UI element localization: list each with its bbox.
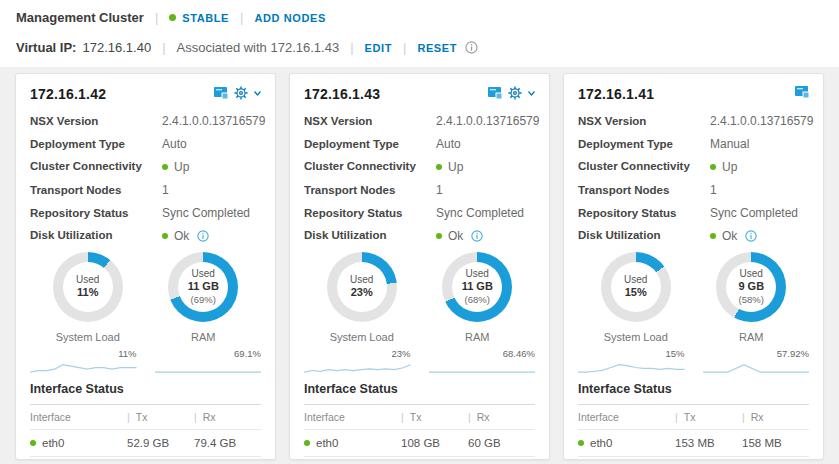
green-status-dot <box>710 164 716 170</box>
field-label: Disk Utilization <box>30 229 162 241</box>
interface-status-section: Interface Status Interface |Tx |Rx eth0 … <box>304 382 535 460</box>
separator: | <box>403 40 406 55</box>
console-icon[interactable] <box>795 86 809 98</box>
field-value: Manual <box>710 137 749 151</box>
gear-menu-icon[interactable] <box>234 86 248 100</box>
node-ip: 172.16.1.42 <box>30 86 106 102</box>
info-icon[interactable] <box>197 230 209 242</box>
table-row: lo 469 MB 469 MB <box>578 457 809 460</box>
field-cluster-connectivity: Cluster Connectivity Up <box>304 160 535 174</box>
field-value: Ok <box>436 229 483 243</box>
ram-donut: Used11 GB(69%) <box>168 252 238 322</box>
field-cluster-connectivity: Cluster Connectivity Up <box>30 160 261 174</box>
field-disk-utilization: Disk Utilization Ok <box>578 229 809 243</box>
field-label: Disk Utilization <box>578 229 710 241</box>
green-status-dot <box>169 14 176 21</box>
chevron-down-icon[interactable] <box>528 91 535 96</box>
virtual-ip-value: 172.16.1.40 <box>82 40 151 55</box>
ram-sparkline: 68.46% <box>429 348 536 375</box>
cluster-status-link[interactable]: STABLE <box>169 12 229 24</box>
system-load-sparkline: 11% <box>30 348 137 375</box>
field-nsx-version: NSX Version 2.4.1.0.0.13716579 <box>30 114 261 128</box>
field-value: Auto <box>162 137 187 151</box>
green-status-dot <box>162 164 168 170</box>
table-row: lo 63 GB 63 GB <box>30 457 261 460</box>
green-status-dot <box>162 233 168 239</box>
green-status-dot <box>436 164 442 170</box>
cluster-status-label: STABLE <box>182 12 229 24</box>
field-value: 2.4.1.0.0.13716579 <box>162 114 265 128</box>
associated-node-text: Associated with 172.16.1.43 <box>177 40 340 55</box>
ram-caption: RAM <box>191 331 215 343</box>
field-transport-nodes: Transport Nodes 1 <box>578 183 809 197</box>
edit-virtual-ip-button[interactable]: EDIT <box>365 42 392 54</box>
field-label: Disk Utilization <box>304 229 436 241</box>
field-value: Auto <box>436 137 461 151</box>
field-label: Transport Nodes <box>30 184 162 196</box>
field-label: Cluster Connectivity <box>304 160 436 172</box>
virtual-ip-label: Virtual IP: <box>16 40 76 55</box>
table-row: eth0 52.9 GB 79.4 GB <box>30 430 261 457</box>
field-transport-nodes: Transport Nodes 1 <box>304 183 535 197</box>
system-load-donut: Used11% <box>53 252 123 322</box>
green-status-dot <box>578 440 584 446</box>
system-load-caption: System Load <box>330 331 394 343</box>
node-card-172-16-1-42: 172.16.1.42 NSX Version 2.4.1.0.0.137165… <box>15 73 276 460</box>
interface-status-title: Interface Status <box>30 382 261 405</box>
console-icon[interactable] <box>488 87 502 99</box>
green-status-dot <box>436 233 442 239</box>
info-icon[interactable] <box>465 41 478 54</box>
cluster-header: Management Cluster | STABLE | ADD NODES … <box>0 0 839 67</box>
field-label: NSX Version <box>578 115 710 127</box>
chevron-down-icon[interactable] <box>254 91 261 96</box>
field-nsx-version: NSX Version 2.4.1.0.0.13716579 <box>304 114 535 128</box>
field-transport-nodes: Transport Nodes 1 <box>30 183 261 197</box>
node-card-172-16-1-43: 172.16.1.43 NSX Version 2.4.1.0.0.137165… <box>289 73 550 460</box>
reset-virtual-ip-button[interactable]: RESET <box>417 42 457 54</box>
field-value: 2.4.1.0.0.13716579 <box>436 114 539 128</box>
field-label: NSX Version <box>30 115 162 127</box>
field-value: Sync Completed <box>162 206 250 220</box>
field-nsx-version: NSX Version 2.4.1.0.0.13716579 <box>578 114 809 128</box>
field-repository-status: Repository Status Sync Completed <box>30 206 261 220</box>
info-icon[interactable] <box>471 230 483 242</box>
system-load-sparkline: 15% <box>578 348 685 375</box>
field-label: NSX Version <box>304 115 436 127</box>
green-status-dot <box>304 440 310 446</box>
virtual-ip-row: Virtual IP: 172.16.1.40 | Associated wit… <box>16 40 823 55</box>
field-label: Repository Status <box>578 207 710 219</box>
table-row: eth0 108 GB 60 GB <box>304 430 535 457</box>
cluster-title-row: Management Cluster | STABLE | ADD NODES <box>16 10 823 25</box>
interface-status-section: Interface Status Interface |Tx |Rx eth0 … <box>30 382 261 460</box>
field-label: Transport Nodes <box>578 184 710 196</box>
field-value: 1 <box>162 183 169 197</box>
field-deployment-type: Deployment Type Manual <box>578 137 809 151</box>
node-cards-area: 172.16.1.42 NSX Version 2.4.1.0.0.137165… <box>0 67 839 464</box>
system-load-caption: System Load <box>604 331 668 343</box>
gear-menu-icon[interactable] <box>508 86 522 100</box>
field-value: Sync Completed <box>710 206 798 220</box>
interface-status-title: Interface Status <box>304 382 535 405</box>
system-load-caption: System Load <box>56 331 120 343</box>
system-load-donut: Used15% <box>601 252 671 322</box>
table-row: eth0 153 MB 158 MB <box>578 430 809 457</box>
field-label: Repository Status <box>30 207 162 219</box>
page-title: Management Cluster <box>16 10 144 25</box>
separator: | <box>350 40 353 55</box>
info-icon[interactable] <box>745 230 757 242</box>
field-value: Up <box>710 160 737 174</box>
field-repository-status: Repository Status Sync Completed <box>578 206 809 220</box>
field-cluster-connectivity: Cluster Connectivity Up <box>578 160 809 174</box>
add-nodes-button[interactable]: ADD NODES <box>254 12 325 24</box>
system-load-sparkline: 23% <box>304 348 411 375</box>
console-icon[interactable] <box>214 87 228 99</box>
field-disk-utilization: Disk Utilization Ok <box>30 229 261 243</box>
field-label: Transport Nodes <box>304 184 436 196</box>
field-label: Repository Status <box>304 207 436 219</box>
node-card-172-16-1-41: 172.16.1.41 NSX Version 2.4.1.0.0.137165… <box>563 73 824 460</box>
field-deployment-type: Deployment Type Auto <box>30 137 261 151</box>
ram-sparkline: 57.92% <box>703 348 810 375</box>
table-header-row: Interface |Tx |Rx <box>30 405 261 430</box>
ram-sparkline: 69.1% <box>155 348 262 375</box>
field-label: Deployment Type <box>30 138 162 150</box>
